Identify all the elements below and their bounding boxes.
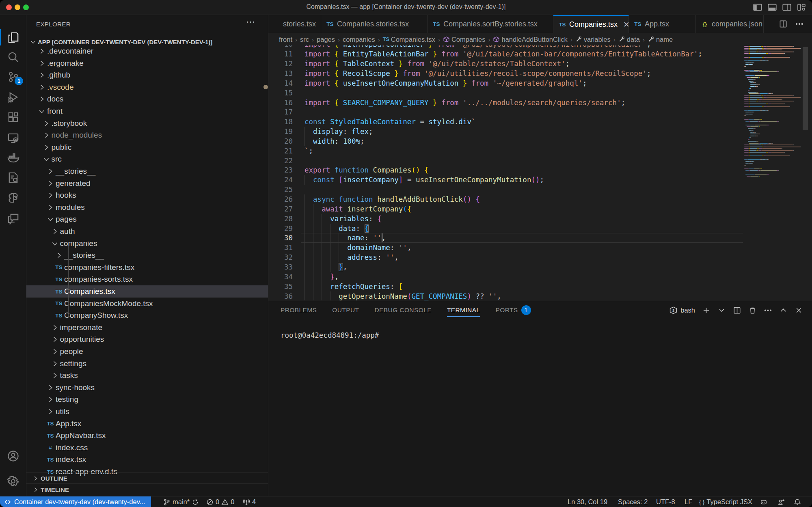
tree-file-index.css[interactable]: #index.css: [26, 442, 268, 454]
tree-folder-opportunities[interactable]: opportunities: [26, 333, 268, 345]
activity-manage-settings[interactable]: [0, 471, 26, 491]
tab-companies.stories.tsx[interactable]: TSCompanies.stories.tsx: [321, 15, 428, 33]
code-editor[interactable]: 10import { WithTopBarContainer } from '@…: [268, 45, 812, 300]
breadcrumb-companies.tsx[interactable]: ›TSCompanies.tsx: [375, 36, 435, 43]
tree-folder-companies[interactable]: companies: [26, 237, 268, 250]
tree-file-companies-sorts.tsx[interactable]: TScompanies-sorts.tsx: [26, 273, 268, 285]
activity-remote-explorer[interactable]: [0, 128, 26, 147]
activity-run-and-debug[interactable]: [0, 87, 26, 107]
more-actions-icon[interactable]: [795, 19, 804, 28]
terminal-prompt[interactable]: root@0a42ecd84891:/app#: [281, 331, 379, 339]
tab-companies.sortby.stories.tsx[interactable]: TSCompanies.sortBy.stories.tsx: [428, 15, 553, 33]
close-tab-icon[interactable]: ✕: [623, 20, 629, 29]
tree-file-companies-filters.tsx[interactable]: TScompanies-filters.tsx: [26, 261, 268, 274]
tree-folder-node_modules[interactable]: node_modules: [26, 129, 268, 141]
tree-folder-.ergomake[interactable]: .ergomake: [26, 57, 268, 69]
breadcrumb-variables[interactable]: ›variables: [568, 36, 611, 43]
tree-folder-__stories__[interactable]: __stories__: [26, 165, 268, 177]
tree-folder-testing[interactable]: testing: [26, 393, 268, 406]
tree-folder-people[interactable]: people: [26, 345, 268, 358]
tree-file-companyshow.tsx[interactable]: TSCompanyShow.tsx: [26, 309, 268, 321]
problems-item[interactable]: 00: [206, 496, 234, 507]
panel-tab-output[interactable]: OUTPUT: [332, 301, 359, 319]
customize-layout-icon[interactable]: [797, 2, 806, 12]
panel-tab-debug-console[interactable]: DEBUG CONSOLE: [374, 301, 431, 319]
panel-tab-ports[interactable]: PORTS1: [495, 301, 531, 319]
tab-stories.tsx[interactable]: stories.tsx: [268, 15, 321, 33]
explorer-more-actions-icon[interactable]: ⋯: [246, 17, 256, 27]
ports-item[interactable]: 4: [243, 496, 256, 507]
panel-tab-problems[interactable]: PROBLEMS: [281, 301, 317, 319]
tree-folder-.storybook[interactable]: .storybook: [26, 117, 268, 129]
maximize-panel-icon[interactable]: [779, 306, 788, 315]
breadcrumb-handleaddbuttonclick[interactable]: ›handleAddButtonClick: [485, 36, 567, 43]
activity-explorer[interactable]: [0, 28, 26, 47]
cursor-position-item[interactable]: Ln 30, Col 19: [568, 496, 607, 507]
tree-folder-impersonate[interactable]: impersonate: [26, 321, 268, 334]
tree-folder-public[interactable]: public: [26, 141, 268, 153]
tree-folder-.github[interactable]: .github: [26, 69, 268, 81]
breadcrumb-companies[interactable]: ›Companies: [435, 36, 485, 43]
tree-folder-generated[interactable]: generated: [26, 177, 268, 190]
eol-item[interactable]: LF: [685, 496, 692, 507]
tree-folder-tasks[interactable]: tasks: [26, 369, 268, 382]
terminal-picker-icon[interactable]: [717, 306, 726, 315]
editor-scrollbar[interactable]: [801, 45, 810, 300]
git-branch-item[interactable]: main*: [163, 496, 199, 507]
toggle-panel-icon[interactable]: [767, 2, 777, 12]
activity-accounts[interactable]: [0, 446, 26, 466]
tree-folder-sync-hooks[interactable]: sync-hooks: [26, 382, 268, 394]
activity-search[interactable]: [0, 47, 26, 67]
tree-file-app.tsx[interactable]: TSApp.tsx: [26, 418, 268, 430]
tab-app.tsx[interactable]: TSApp.tsx: [629, 15, 696, 33]
split-editor-icon[interactable]: [779, 19, 788, 28]
title-bar[interactable]: Companies.tsx — app [Container dev-twent…: [0, 0, 812, 15]
activity-docker[interactable]: [0, 148, 26, 167]
toggle-primary-sidebar-icon[interactable]: [753, 2, 762, 12]
kill-terminal-icon[interactable]: [748, 306, 757, 315]
tree-file-companies.tsx[interactable]: TSCompanies.tsx: [26, 285, 268, 298]
minimap[interactable]: [743, 45, 801, 300]
tree-folder-utils[interactable]: utils: [26, 406, 268, 418]
breadcrumb-src[interactable]: ›src: [292, 36, 309, 43]
tree-folder-__stories__[interactable]: __stories__: [26, 249, 268, 261]
tree-file-companiesmockmode.tsx[interactable]: TSCompaniesMockMode.tsx: [26, 298, 268, 310]
timeline-section-header[interactable]: TIMELINE: [26, 483, 268, 495]
split-terminal-icon[interactable]: [733, 306, 741, 315]
tree-folder-settings[interactable]: settings: [26, 358, 268, 370]
outline-section-header[interactable]: OUTLINE: [26, 472, 268, 484]
activity-extensions[interactable]: [0, 108, 26, 127]
remote-indicator[interactable]: Container dev-twenty-dev (dev-twenty-dev…: [0, 496, 151, 507]
tree-folder-pages[interactable]: pages: [26, 213, 268, 225]
tree-file-appnavbar.tsx[interactable]: TSAppNavbar.tsx: [26, 429, 268, 442]
breadcrumb-front[interactable]: front: [279, 36, 292, 43]
new-terminal-icon[interactable]: [702, 306, 710, 315]
activity-chat[interactable]: [0, 208, 26, 228]
tree-folder-auth[interactable]: auth: [26, 225, 268, 237]
activity-dev-containers[interactable]: [0, 168, 26, 187]
tree-folder-docs[interactable]: docs: [26, 93, 268, 105]
tab-companies.tsx[interactable]: TSCompanies.tsx✕: [553, 15, 629, 33]
feedback-item[interactable]: [777, 496, 785, 507]
more-actions-icon[interactable]: [764, 306, 772, 315]
indentation-item[interactable]: Spaces: 2: [618, 496, 648, 507]
breadcrumb-pages[interactable]: ›pages: [309, 36, 335, 43]
copilot-item[interactable]: [760, 496, 767, 507]
tab-companies.json[interactable]: {}companies.json: [696, 15, 764, 33]
tree-file-index.tsx[interactable]: TSindex.tsx: [26, 453, 268, 466]
activity-source-control[interactable]: 1: [0, 67, 26, 86]
terminal-shell-label[interactable]: $bash: [669, 306, 695, 315]
panel-tab-terminal[interactable]: TERMINAL: [447, 301, 480, 319]
notifications-bell-item[interactable]: [794, 496, 801, 507]
tree-folder-.devcontainer[interactable]: .devcontainer: [26, 45, 268, 57]
breadcrumb-data[interactable]: ›data: [611, 36, 640, 43]
toggle-secondary-sidebar-icon[interactable]: [782, 2, 792, 12]
tree-folder-.vscode[interactable]: .vscode: [26, 81, 268, 93]
close-panel-icon[interactable]: [795, 306, 803, 315]
breadcrumb-name[interactable]: ›name: [640, 36, 673, 43]
tree-folder-modules[interactable]: modules: [26, 201, 268, 214]
tree-folder-hooks[interactable]: hooks: [26, 189, 268, 201]
scrollbar-thumb[interactable]: [803, 47, 808, 130]
language-mode-item[interactable]: { }TypeScript JSX: [699, 496, 752, 507]
breadcrumb-companies[interactable]: ›companies: [335, 36, 375, 43]
